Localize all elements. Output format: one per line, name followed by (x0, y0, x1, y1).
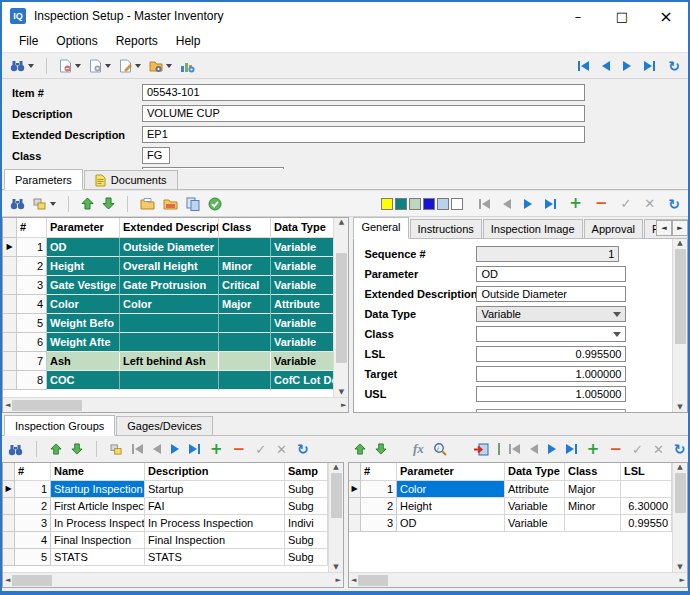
scroll-up-icon[interactable]: ▲ (339, 219, 344, 226)
parameter-grid-hscrollbar[interactable]: ◄ ► (3, 397, 348, 412)
scroll-left-icon[interactable]: ◄ (5, 577, 10, 584)
param-post-button[interactable]: ✓ (620, 197, 631, 210)
scroll-up-icon[interactable]: ▲ (333, 464, 338, 471)
scroll-down-icon[interactable]: ▼ (677, 404, 682, 411)
scroll-down-icon[interactable]: ▼ (333, 564, 338, 571)
menu-options[interactable]: Options (47, 32, 106, 50)
param-last-button[interactable] (545, 199, 556, 209)
report-edit-button[interactable] (119, 59, 141, 73)
gp-move-up-button[interactable] (354, 443, 366, 455)
table-row[interactable]: 3 OD Variable 0.99550 (349, 515, 672, 532)
gp-next-button[interactable] (548, 444, 556, 454)
scroll-right-icon[interactable]: ► (341, 402, 346, 409)
table-row[interactable]: 2 Height Overall Height Minor Variable (3, 257, 333, 276)
groups-next-button[interactable] (171, 444, 179, 454)
table-row[interactable]: 4 Final Inspection Final Inspection Subg (3, 532, 328, 549)
lookup-button[interactable]: f (433, 442, 447, 456)
groups-view-mode-button[interactable] (110, 444, 123, 455)
table-row[interactable]: 6 Weight Afte Variable (3, 333, 333, 352)
scroll-down-icon[interactable]: ▼ (677, 564, 682, 571)
item-number-field[interactable]: 05543-101 (142, 84, 585, 101)
class-select[interactable] (476, 326, 626, 342)
scroll-down-icon[interactable]: ▼ (339, 389, 344, 396)
col-data-type[interactable]: Data Type (271, 218, 333, 238)
scroll-thumb[interactable] (675, 249, 686, 344)
table-row[interactable]: 5 Weight Befo Variable (3, 314, 333, 333)
scroll-left-icon[interactable]: ◄ (351, 577, 356, 584)
find-button[interactable] (10, 59, 34, 72)
formula-button[interactable]: fx (413, 441, 424, 457)
next-record-button[interactable] (623, 61, 631, 71)
table-row[interactable]: 8 COC CofC Lot Do (3, 371, 333, 390)
col-parameter[interactable]: Parameter (397, 463, 505, 481)
import-params-button[interactable] (140, 197, 155, 210)
gp-refresh-button[interactable]: ↻ (674, 442, 686, 456)
groups-grid-vscrollbar[interactable]: ▲ ▼ (328, 463, 343, 572)
move-up-button[interactable] (81, 197, 94, 210)
groups-prev-button[interactable] (153, 444, 161, 454)
menu-reports[interactable]: Reports (107, 32, 167, 50)
groups-first-button[interactable] (132, 444, 143, 454)
param-cancel-button[interactable]: ✕ (644, 197, 655, 210)
detail-panel-vscrollbar[interactable]: ▲ ▼ (672, 239, 687, 412)
gp-post-button[interactable]: ✓ (632, 443, 643, 456)
tab-inspection-groups[interactable]: Inspection Groups (4, 415, 115, 436)
param-next-button[interactable] (524, 199, 532, 209)
groups-move-down-button[interactable] (71, 443, 83, 455)
first-record-button[interactable] (578, 61, 589, 71)
gp-first-button[interactable] (509, 444, 520, 454)
scroll-thumb[interactable] (675, 473, 686, 513)
table-row[interactable]: ▶ 1 OD Outside Diameter Variable (3, 238, 333, 257)
groups-move-up-button[interactable] (50, 443, 62, 455)
gp-last-button[interactable] (566, 444, 577, 454)
col-num[interactable]: # (15, 463, 51, 481)
parameter-field[interactable]: OD (476, 266, 626, 282)
col-class[interactable]: Class (219, 218, 271, 238)
col-class[interactable]: Class (565, 463, 621, 481)
report-preview-button[interactable] (59, 59, 81, 73)
table-row[interactable]: 4 Color Color Major Attribute (3, 295, 333, 314)
gp-move-down-button[interactable] (375, 443, 387, 455)
col-description[interactable]: Description (145, 463, 285, 481)
tab-parameters[interactable]: Parameters (4, 169, 83, 190)
scroll-left-icon[interactable]: ◄ (5, 402, 10, 409)
table-row[interactable]: 3 In Process Inspect In Process Inspecti… (3, 515, 328, 532)
refresh-button[interactable]: ↻ (668, 59, 680, 73)
col-parameter[interactable]: Parameter (47, 218, 120, 238)
param-find-button[interactable] (10, 197, 25, 210)
scroll-thumb[interactable] (331, 473, 342, 518)
extended-description-field[interactable]: EP1 (142, 126, 585, 143)
tab-approval[interactable]: Approval (584, 219, 643, 238)
table-row[interactable]: 2 Height Variable Minor 6.30000 (349, 498, 672, 515)
class-field[interactable]: FG (142, 147, 170, 164)
tab-scroll-left-button[interactable]: ◄ (656, 220, 672, 236)
scroll-thumb[interactable] (336, 253, 347, 363)
assign-parameter-button[interactable] (473, 443, 489, 456)
group-params-grid-vscrollbar[interactable]: ▲ ▼ (672, 463, 687, 572)
groups-delete-button[interactable]: − (233, 442, 246, 457)
group-params-grid-hscrollbar[interactable]: ◄ ► (349, 572, 687, 587)
col-num[interactable]: # (17, 218, 47, 238)
table-row[interactable]: 5 STATS STATS Subg (3, 549, 328, 566)
param-refresh-button[interactable]: ↻ (668, 197, 680, 211)
groups-add-button[interactable]: + (210, 442, 223, 457)
move-down-button[interactable] (102, 197, 115, 210)
maximize-button[interactable]: □ (600, 2, 644, 30)
table-row[interactable]: ▶ 1 Color Attribute Major (349, 481, 672, 498)
tab-general[interactable]: General (353, 217, 408, 239)
col-samp[interactable]: Samp (285, 463, 328, 481)
param-view-mode-button[interactable] (33, 198, 56, 210)
col-data-type[interactable]: Data Type (505, 463, 565, 481)
approve-params-button[interactable] (208, 197, 222, 211)
usl-field[interactable]: 1.005000 (476, 386, 626, 402)
table-row[interactable]: 7 Ash Left behind Ash Variable (3, 352, 333, 371)
tab-documents[interactable]: Documents (84, 170, 178, 189)
gp-cancel-button[interactable]: ✕ (653, 443, 664, 456)
scroll-thumb[interactable] (358, 575, 388, 586)
gp-add-button[interactable]: + (587, 442, 600, 457)
param-first-button[interactable] (479, 199, 490, 209)
tab-inspection-image[interactable]: Inspection Image (483, 219, 583, 238)
tab-instructions[interactable]: Instructions (410, 219, 482, 238)
lsl-field[interactable]: 0.995500 (476, 346, 626, 362)
gp-prev-button[interactable] (530, 444, 538, 454)
